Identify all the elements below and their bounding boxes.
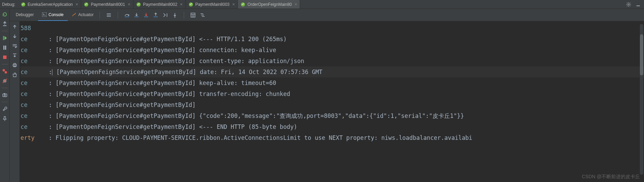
svg-rect-24: [3, 94, 7, 97]
drop-frame-icon[interactable]: [163, 12, 168, 18]
run-to-cursor-icon[interactable]: [172, 12, 178, 18]
step-out-icon[interactable]: [153, 12, 158, 18]
run-config-tab-bar: Debug: EurekaServerApplication × Payment…: [0, 0, 644, 9]
separator: [184, 12, 184, 19]
vertical-scrollbar[interactable]: [640, 24, 643, 175]
spring-icon: [189, 2, 193, 7]
force-step-into-icon[interactable]: [143, 12, 149, 18]
scroll-up-icon[interactable]: [12, 24, 17, 29]
svg-point-21: [4, 71, 7, 74]
resume-icon[interactable]: [2, 35, 8, 41]
svg-rect-18: [5, 46, 6, 50]
svg-rect-17: [3, 46, 4, 50]
actuator-icon: [72, 12, 76, 17]
svg-rect-19: [3, 56, 7, 59]
svg-rect-26: [4, 93, 5, 94]
svg-point-4: [241, 2, 245, 7]
stop-icon[interactable]: [2, 54, 8, 60]
spring-icon: [136, 2, 141, 7]
svg-point-25: [4, 95, 5, 96]
svg-line-12: [627, 5, 628, 6]
svg-rect-35: [174, 17, 176, 17]
watermark: CSDN @不断前进的皮卡丘: [582, 174, 640, 180]
threads-icon[interactable]: [106, 12, 112, 18]
svg-point-20: [2, 69, 5, 72]
step-over-icon[interactable]: [124, 12, 130, 18]
separator: [118, 12, 118, 19]
svg-point-1: [84, 2, 88, 7]
tab-label: Debugger: [16, 12, 34, 17]
svg-point-3: [189, 2, 193, 7]
svg-point-2: [137, 2, 141, 7]
console-tab[interactable]: Console: [38, 9, 68, 21]
evaluate-icon[interactable]: [190, 12, 196, 18]
debug-label: Debug:: [0, 2, 18, 7]
spring-icon: [21, 2, 26, 7]
svg-line-10: [627, 3, 628, 3]
step-into-icon[interactable]: [134, 12, 139, 18]
debugger-subtabs: Debugger Console Actuator: [10, 9, 644, 21]
trace-icon[interactable]: [200, 12, 205, 18]
run-tab-order80[interactable]: OrderOpenFeignMain80 ×: [238, 0, 300, 9]
update-icon[interactable]: [2, 21, 8, 27]
separator: [100, 12, 100, 19]
actuator-tab[interactable]: Actuator: [68, 9, 98, 21]
scrollbar-thumb[interactable]: [640, 34, 643, 75]
soft-wrap-icon[interactable]: [12, 43, 17, 49]
svg-rect-15: [3, 25, 7, 26]
print-icon[interactable]: [12, 62, 17, 68]
gear-icon[interactable]: [626, 2, 631, 7]
mute-breakpoints-icon[interactable]: [2, 78, 8, 84]
minimize-icon[interactable]: [636, 2, 641, 7]
svg-line-11: [630, 5, 630, 6]
run-tab-label: PaymentMain8001: [91, 2, 125, 7]
debugger-tab[interactable]: Debugger: [12, 9, 38, 21]
close-icon[interactable]: ×: [127, 2, 130, 7]
close-icon[interactable]: ×: [294, 2, 297, 7]
close-icon[interactable]: ×: [232, 2, 235, 7]
scroll-to-end-icon[interactable]: [12, 53, 17, 58]
run-tab-label: OrderOpenFeignMain80: [247, 2, 292, 7]
view-breakpoints-icon[interactable]: [2, 69, 8, 74]
camera-icon[interactable]: [2, 92, 8, 98]
console-icon: [42, 12, 47, 17]
close-icon[interactable]: ×: [75, 2, 78, 7]
spring-icon: [241, 2, 245, 7]
console-toolbar: [10, 21, 20, 182]
spring-icon: [84, 2, 89, 7]
pin-icon[interactable]: [2, 116, 8, 121]
close-icon[interactable]: ×: [179, 2, 183, 7]
tab-label: Console: [49, 12, 64, 17]
svg-rect-46: [14, 63, 16, 64]
svg-rect-16: [3, 36, 4, 40]
debug-toolbar: [0, 9, 10, 182]
svg-rect-14: [636, 5, 640, 6]
console-output[interactable]: 588ce : [PaymentOpenFeignService#getPaym…: [20, 21, 644, 182]
svg-point-0: [21, 2, 25, 7]
run-tab-label: PaymentMain8003: [195, 2, 230, 7]
tab-label: Actuator: [78, 12, 94, 17]
run-tab-eureka[interactable]: EurekaServerApplication ×: [18, 0, 81, 9]
rerun-icon[interactable]: [2, 12, 8, 17]
run-tab-p8003[interactable]: PaymentMain8003 ×: [186, 0, 238, 9]
clear-icon[interactable]: [12, 72, 17, 77]
svg-line-13: [630, 3, 630, 3]
pause-icon[interactable]: [2, 45, 8, 50]
run-tab-label: EurekaServerApplication: [28, 2, 73, 7]
run-tab-p8001[interactable]: PaymentMain8001 ×: [81, 0, 133, 9]
run-tab-p8002[interactable]: PaymentMain8002 ×: [133, 0, 186, 9]
scroll-down-icon[interactable]: [12, 34, 17, 39]
settings-wrench-icon[interactable]: [2, 106, 8, 112]
svg-rect-36: [191, 13, 195, 17]
run-tab-label: PaymentMain8002: [143, 2, 177, 7]
svg-point-5: [628, 3, 629, 5]
